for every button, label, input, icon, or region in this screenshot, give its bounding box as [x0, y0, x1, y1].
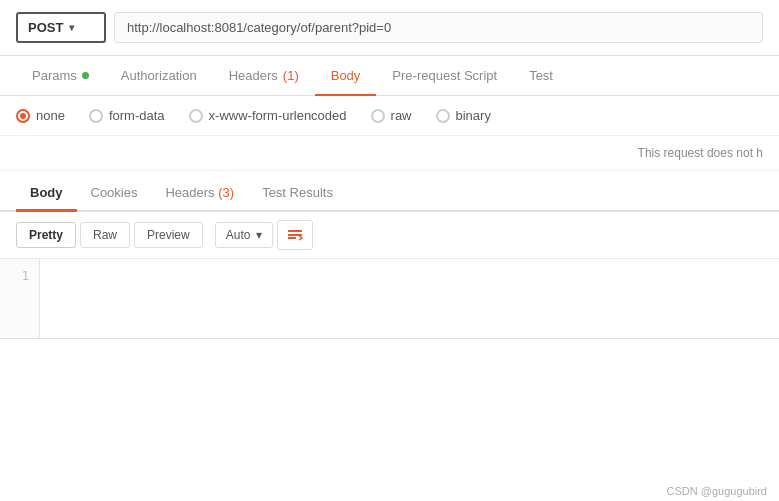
tab-test-results[interactable]: Test Results [248, 175, 347, 210]
tab-response-body-label: Body [30, 185, 63, 200]
tab-params[interactable]: Params [16, 56, 105, 95]
top-tabs: Params Authorization Headers (1) Body Pr… [0, 56, 779, 96]
tab-headers[interactable]: Headers (1) [213, 56, 315, 95]
footer-text: CSDN @gugugubird [667, 485, 767, 497]
radio-raw-label: raw [391, 108, 412, 123]
radio-binary[interactable]: binary [436, 108, 491, 123]
tab-test-results-label: Test Results [262, 185, 333, 200]
radio-raw[interactable]: raw [371, 108, 412, 123]
headers-badge: (1) [283, 68, 299, 83]
tab-params-label: Params [32, 68, 77, 83]
response-headers-badge: (3) [218, 185, 234, 200]
tab-cookies[interactable]: Cookies [77, 175, 152, 210]
radio-none[interactable]: none [16, 108, 65, 123]
radio-none-label: none [36, 108, 65, 123]
tab-response-headers[interactable]: Headers (3) [151, 175, 248, 210]
method-dropdown[interactable]: POST ▾ [16, 12, 106, 43]
code-content[interactable] [40, 259, 779, 338]
radio-form-data[interactable]: form-data [89, 108, 165, 123]
pretty-button[interactable]: Pretty [16, 222, 76, 248]
svg-rect-0 [288, 230, 302, 232]
tab-body-label: Body [331, 68, 361, 83]
tab-test-label: Test [529, 68, 553, 83]
body-options: none form-data x-www-form-urlencoded raw… [0, 96, 779, 136]
notice-text: This request does not h [638, 146, 763, 160]
tab-pre-request-label: Pre-request Script [392, 68, 497, 83]
notice-bar: This request does not h [0, 136, 779, 171]
bottom-tabs: Body Cookies Headers (3) Test Results [0, 175, 779, 212]
tab-response-body[interactable]: Body [16, 175, 77, 210]
line-number-1: 1 [10, 267, 29, 286]
radio-form-data-circle [89, 109, 103, 123]
tab-test[interactable]: Test [513, 56, 569, 95]
params-dot [82, 72, 89, 79]
tab-authorization[interactable]: Authorization [105, 56, 213, 95]
raw-button[interactable]: Raw [80, 222, 130, 248]
tab-body[interactable]: Body [315, 56, 377, 95]
auto-chevron: ▾ [256, 228, 262, 242]
radio-urlencoded[interactable]: x-www-form-urlencoded [189, 108, 347, 123]
url-input[interactable] [114, 12, 763, 43]
line-numbers: 1 [0, 259, 40, 338]
method-chevron: ▾ [69, 22, 74, 33]
code-editor: 1 [0, 259, 779, 339]
tab-authorization-label: Authorization [121, 68, 197, 83]
auto-dropdown[interactable]: Auto ▾ [215, 222, 274, 248]
radio-binary-circle [436, 109, 450, 123]
footer: CSDN @gugugubird [655, 481, 779, 501]
radio-urlencoded-circle [189, 109, 203, 123]
wrap-icon [286, 226, 304, 244]
editor-toolbar: Pretty Raw Preview Auto ▾ [0, 212, 779, 259]
radio-none-circle [16, 109, 30, 123]
tab-pre-request-script[interactable]: Pre-request Script [376, 56, 513, 95]
radio-binary-label: binary [456, 108, 491, 123]
tab-headers-label: Headers [229, 68, 278, 83]
radio-urlencoded-label: x-www-form-urlencoded [209, 108, 347, 123]
auto-label: Auto [226, 228, 251, 242]
preview-button[interactable]: Preview [134, 222, 203, 248]
radio-raw-circle [371, 109, 385, 123]
radio-form-data-label: form-data [109, 108, 165, 123]
tab-response-headers-label: Headers [165, 185, 214, 200]
method-label: POST [28, 20, 63, 35]
url-bar-section: POST ▾ [0, 0, 779, 56]
wrap-button[interactable] [277, 220, 313, 250]
tab-cookies-label: Cookies [91, 185, 138, 200]
